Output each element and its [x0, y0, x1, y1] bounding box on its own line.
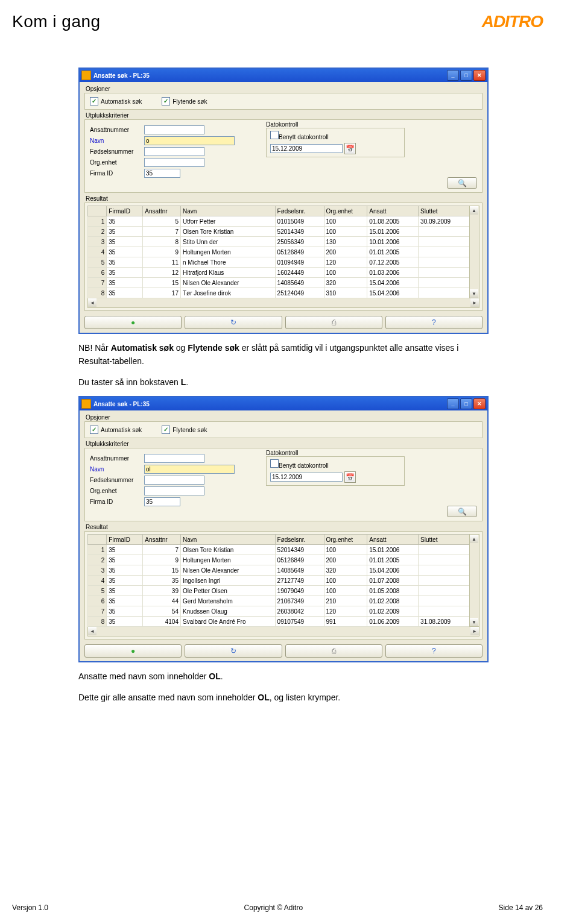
search-button[interactable]: 🔍 [447, 177, 477, 189]
table-header-row: FirmaIDAnsattnrNavnFødselsnr.Org.enhetAn… [88, 535, 470, 545]
check-icon: ● [131, 647, 135, 655]
help-icon: ? [432, 647, 436, 655]
result-table[interactable]: FirmaIDAnsattnrNavnFødselsnr.Org.enhetAn… [87, 534, 470, 627]
titlebar: Ansatte søk - PL:35 _ □ ✕ [80, 397, 487, 410]
input-orgenhet[interactable] [144, 158, 204, 167]
search-button[interactable]: 🔍 [447, 506, 477, 517]
paragraph-taster: Du taster så inn bokstaven L. [78, 376, 489, 389]
check-icon: ● [131, 318, 135, 327]
checkbox-flytende-sok[interactable]: ✓Flytende søk [162, 97, 207, 105]
ok-button[interactable]: ● [84, 316, 182, 329]
print-icon: ⎙ [332, 647, 336, 655]
label-ansattnummer: Ansattnummer [90, 127, 144, 133]
table-row[interactable]: 4359Holtungen Morten0512684920001.01.200… [88, 247, 470, 257]
help-button[interactable]: ? [385, 316, 482, 329]
window-title: Ansatte søk - PL:35 [93, 401, 150, 407]
section-label-opsjoner: Opsjoner [86, 414, 482, 421]
checkbox-flytende-sok[interactable]: ✓Flytende søk [162, 426, 207, 434]
group-resultat: FirmaIDAnsattnrNavnFødselsnr.Org.enhetAn… [84, 531, 482, 640]
help-button[interactable]: ? [385, 644, 482, 658]
checkbox-benytt-datokontroll[interactable]: Benytt datokontroll [270, 462, 329, 469]
window-icon [81, 399, 91, 409]
table-row[interactable]: 1355Utforr Petter0101504910001.08.200530… [88, 216, 470, 227]
input-navn[interactable]: o [144, 136, 235, 145]
close-button[interactable]: ✕ [473, 70, 486, 81]
section-label-utplukk: Utplukkskriterier [86, 112, 482, 119]
table-row[interactable]: 53539Ole Petter Olsen1907904910001.05.20… [88, 586, 470, 596]
label-fodselsnummer: Fødselsnummer [90, 148, 144, 155]
input-fodselsnummer[interactable] [144, 476, 204, 485]
input-orgenhet[interactable] [144, 486, 204, 495]
scroll-up-icon: ▲ [470, 206, 478, 215]
close-button[interactable]: ✕ [473, 398, 486, 409]
footer-version: Versjon 1.0 [12, 904, 48, 912]
search-icon: 🔍 [458, 179, 467, 187]
table-row[interactable]: 63512Hitrafjord Klaus1602444910001.03.20… [88, 268, 470, 278]
checkbox-automatisk-sok[interactable]: ✓Automatisk søk [90, 426, 142, 434]
section-label-opsjoner: Opsjoner [86, 86, 482, 92]
page-title: Kom i gang [12, 12, 101, 31]
refresh-button[interactable]: ↻ [185, 644, 282, 658]
calendar-button[interactable]: 📅 [344, 471, 356, 483]
print-button[interactable]: ⎙ [285, 644, 382, 658]
table-row[interactable]: 73554Knudssen Olaug2603804212001.02.2009 [88, 606, 470, 617]
input-firmaid[interactable]: 35 [144, 169, 180, 178]
print-icon: ⎙ [332, 318, 336, 327]
table-row[interactable]: 8354104Svalbard Ole André Fro09107549991… [88, 617, 470, 627]
horizontal-scrollbar[interactable]: ◄► [87, 626, 479, 636]
vertical-scrollbar[interactable]: ▲▼ [469, 534, 479, 627]
label-navn: Navn [90, 466, 144, 473]
checkbox-benytt-datokontroll[interactable]: Benytt datokontroll [270, 134, 329, 140]
scroll-left-icon: ◄ [88, 627, 96, 635]
page-footer: Versjon 1.0 Copyright © Aditro Side 14 a… [0, 904, 579, 912]
minimize-button[interactable]: _ [447, 398, 459, 409]
input-firmaid[interactable]: 35 [144, 497, 180, 506]
label-firmaid: Firma ID [90, 170, 144, 177]
table-row[interactable]: 3358Stito Unn der2505634913010.01.2006 [88, 237, 470, 247]
page-header: Kom i gang ADITRO [12, 12, 543, 31]
group-utplukk: Ansattnummer Navno Fødselsnummer Org.enh… [84, 119, 482, 193]
maximize-button[interactable]: □ [460, 398, 472, 409]
label-firmaid: Firma ID [90, 498, 144, 505]
table-row[interactable]: 2359Holtungen Morten0512684920001.01.200… [88, 555, 470, 565]
scroll-right-icon: ► [470, 627, 479, 635]
table-row[interactable]: 53511n Michael Thore0109494912007.12.200… [88, 257, 470, 268]
refresh-icon: ↻ [230, 647, 236, 655]
section-label-resultat: Resultat [86, 524, 482, 530]
scroll-up-icon: ▲ [470, 535, 478, 543]
print-button[interactable]: ⎙ [285, 316, 382, 329]
table-row[interactable]: 73515Nilsen Ole Alexander1408564932015.0… [88, 278, 470, 288]
input-navn[interactable]: ol [144, 465, 235, 474]
paragraph-nb: NB! Når Automatisk søk og Flytende søk e… [78, 341, 489, 368]
table-row[interactable]: 63544Gerd Mortensholm2106734921001.02.20… [88, 596, 470, 606]
vertical-scrollbar[interactable]: ▲▼ [469, 206, 479, 298]
input-ansattnummer[interactable] [144, 454, 204, 463]
table-row[interactable]: 83517Tør Josefine dirok2512404931015.04.… [88, 288, 470, 298]
result-table[interactable]: FirmaIDAnsattnrNavnFødselsnr.Org.enhetAn… [87, 206, 470, 298]
refresh-button[interactable]: ↻ [185, 316, 282, 329]
table-header-row: FirmaIDAnsattnrNavnFødselsnr.Org.enhetAn… [88, 206, 470, 216]
table-row[interactable]: 43535Ingollsen Ingri2712774910001.07.200… [88, 576, 470, 586]
ok-button[interactable]: ● [84, 644, 182, 658]
footer-page: Side 14 av 26 [499, 904, 543, 912]
label-navn: Navn [90, 137, 144, 144]
input-fodselsnummer[interactable] [144, 147, 204, 156]
input-dato[interactable]: 15.12.2009 [270, 144, 343, 153]
table-row[interactable]: 1357Olsen Tore Kristian5201434910015.01.… [88, 545, 470, 555]
label-orgenhet: Org.enhet [90, 159, 144, 166]
label-orgenhet: Org.enhet [90, 488, 144, 494]
table-row[interactable]: 2357Olsen Tore Kristian5201434910015.01.… [88, 227, 470, 237]
horizontal-scrollbar[interactable]: ◄► [87, 298, 479, 308]
input-ansattnummer[interactable] [144, 125, 204, 134]
minimize-button[interactable]: _ [447, 70, 459, 81]
group-opsjoner: ✓Automatisk søk ✓Flytende søk [84, 93, 482, 110]
scroll-down-icon: ▼ [470, 618, 478, 626]
table-row[interactable]: 33515Nilsen Ole Alexander1408564932015.0… [88, 565, 470, 576]
search-icon: 🔍 [458, 508, 467, 516]
input-dato[interactable]: 15.12.2009 [270, 473, 343, 482]
calendar-button[interactable]: 📅 [344, 143, 356, 154]
checkbox-automatisk-sok[interactable]: ✓Automatisk søk [90, 97, 142, 105]
refresh-icon: ↻ [230, 318, 236, 327]
maximize-button[interactable]: □ [460, 70, 472, 81]
calendar-icon: 📅 [346, 473, 355, 482]
